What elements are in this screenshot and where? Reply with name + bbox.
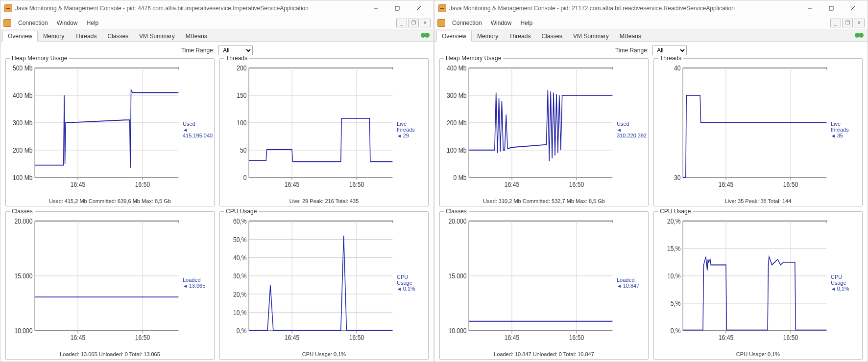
panel-summary: Live: 35 Peak: 38 Total: 144 — [657, 196, 859, 204]
svg-text:200: 200 — [237, 64, 247, 72]
chart-threads[interactable]: 304016:4516:50 — [657, 63, 830, 196]
menubar: ConnectionWindowHelp_❐× — [0, 16, 434, 30]
maximize-button[interactable] — [820, 1, 842, 15]
panel-title: Heap Memory Usage — [444, 55, 503, 62]
overview-content: Time Range:AllHeap Memory Usage100 Mb200… — [0, 42, 434, 362]
tab-vm-summary[interactable]: VM Summary — [568, 31, 614, 41]
svg-text:100: 100 — [237, 119, 247, 127]
tab-mbeans[interactable]: MBeans — [180, 31, 213, 41]
maximize-button[interactable] — [386, 1, 408, 15]
tab-overview[interactable]: Overview — [2, 31, 38, 42]
chart-cpu[interactable]: 0,%10,%20,%30,%40,%50,%60,%16:4516:50 — [223, 216, 396, 349]
svg-text:50: 50 — [240, 146, 247, 154]
chart-value-label: Used◄ 310.220.392 — [616, 63, 645, 196]
svg-text:15.000: 15.000 — [14, 272, 32, 280]
panel-threads: Threads304016:4516:50Live threads◄ 35Liv… — [653, 58, 863, 206]
tab-threads[interactable]: Threads — [504, 31, 536, 41]
menu-connection[interactable]: Connection — [448, 19, 486, 27]
svg-text:20.000: 20.000 — [14, 217, 32, 225]
svg-text:400 Mb: 400 Mb — [13, 91, 33, 99]
svg-text:16:45: 16:45 — [505, 334, 520, 341]
svg-text:50,%: 50,% — [233, 235, 247, 243]
svg-text:300 Mb: 300 Mb — [447, 91, 467, 99]
close-button[interactable] — [842, 1, 864, 15]
connection-status-icon — [420, 31, 431, 40]
svg-text:16:50: 16:50 — [135, 334, 150, 341]
chart-value-label: Loaded◄ 10.847 — [616, 216, 645, 349]
chart-cpu[interactable]: 0,%5,%10,%15,%20,%16:4516:50 — [657, 216, 830, 349]
svg-text:0,%: 0,% — [671, 327, 681, 335]
tabbar: OverviewMemoryThreadsClassesVM SummaryMB… — [434, 30, 868, 42]
svg-text:16:45: 16:45 — [719, 181, 734, 188]
tab-memory[interactable]: Memory — [38, 31, 70, 41]
svg-text:100 Mb: 100 Mb — [13, 174, 33, 181]
svg-text:16:50: 16:50 — [569, 181, 584, 188]
svg-text:500 Mb: 500 Mb — [13, 64, 33, 72]
tab-memory[interactable]: Memory — [472, 31, 504, 41]
menu-window[interactable]: Window — [53, 19, 82, 27]
chart-value-label: CPU Usage◄ 0,1% — [396, 216, 425, 349]
mdi-minimize-button[interactable]: _ — [396, 19, 407, 27]
mdi-close-button[interactable]: × — [854, 19, 865, 27]
svg-text:30: 30 — [674, 174, 681, 181]
panel-cpu: CPU Usage0,%10,%20,%30,%40,%50,%60,%16:4… — [219, 211, 429, 360]
minimize-button[interactable] — [799, 1, 820, 15]
chart-classes[interactable]: 10.00015.00020.00016:4516:50 — [443, 216, 616, 349]
panel-title: CPU Usage — [224, 208, 259, 215]
panel-summary: CPU Usage: 0,1% — [657, 349, 859, 357]
chart-threads[interactable]: 05010015020016:4516:50 — [223, 63, 396, 196]
svg-text:200 Mb: 200 Mb — [447, 119, 467, 127]
tab-overview[interactable]: Overview — [436, 31, 472, 42]
tab-classes[interactable]: Classes — [536, 31, 568, 41]
jconsole-window: Java Monitoring & Management Console - p… — [434, 0, 868, 362]
panel-title: Heap Memory Usage — [10, 55, 69, 62]
menu-connection[interactable]: Connection — [14, 19, 52, 27]
panel-summary: Used: 310,2 Mb Committed: 532,7 Mb Max: … — [443, 196, 645, 204]
chart-value-label: Used◄ 415.195.040 — [182, 63, 211, 196]
svg-text:10,%: 10,% — [233, 309, 247, 317]
svg-text:20.000: 20.000 — [448, 217, 466, 225]
time-range-label: Time Range: — [181, 47, 215, 54]
overview-content: Time Range:AllHeap Memory Usage0 Mb100 M… — [434, 42, 868, 362]
menu-help[interactable]: Help — [516, 19, 536, 27]
panel-summary: Loaded: 10.847 Unloaded: 0 Total: 10.847 — [443, 349, 645, 357]
chart-heap[interactable]: 100 Mb200 Mb300 Mb400 Mb500 Mb16:4516:50 — [9, 63, 182, 196]
mdi-maximize-button[interactable]: ❐ — [842, 19, 853, 27]
svg-text:30,%: 30,% — [233, 272, 247, 280]
chart-value-label: CPU Usage◄ 0,1% — [830, 216, 859, 349]
titlebar: Java Monitoring & Management Console - p… — [434, 0, 868, 16]
svg-text:10,%: 10,% — [667, 272, 681, 280]
close-button[interactable] — [408, 1, 430, 15]
svg-text:40: 40 — [674, 64, 681, 72]
svg-text:16:50: 16:50 — [135, 181, 150, 188]
mdi-minimize-button[interactable]: _ — [830, 19, 841, 27]
time-range-label: Time Range: — [615, 47, 649, 54]
panel-threads: Threads05010015020016:4516:50Live thread… — [219, 58, 429, 206]
java-icon — [4, 4, 12, 12]
svg-text:100 Mb: 100 Mb — [447, 146, 467, 154]
menu-help[interactable]: Help — [82, 19, 102, 27]
time-range-select[interactable]: All — [218, 45, 253, 55]
java-icon — [438, 4, 446, 12]
mdi-close-button[interactable]: × — [420, 19, 431, 27]
tab-vm-summary[interactable]: VM Summary — [134, 31, 180, 41]
panel-title: Threads — [224, 55, 249, 62]
menu-window[interactable]: Window — [487, 19, 516, 27]
chart-heap[interactable]: 0 Mb100 Mb200 Mb300 Mb400 Mb16:4516:50 — [443, 63, 616, 196]
time-range-row: Time Range:All — [439, 45, 863, 55]
svg-text:15.000: 15.000 — [448, 272, 466, 280]
tab-classes[interactable]: Classes — [102, 31, 134, 41]
chart-classes[interactable]: 10.00015.00020.00016:4516:50 — [9, 216, 182, 349]
chart-value-label: Live threads◄ 35 — [830, 63, 859, 196]
java-icon — [3, 19, 11, 27]
tab-mbeans[interactable]: MBeans — [614, 31, 647, 41]
tab-threads[interactable]: Threads — [70, 31, 102, 41]
menubar: ConnectionWindowHelp_❐× — [434, 16, 868, 30]
time-range-select[interactable]: All — [652, 45, 687, 55]
panel-cpu: CPU Usage0,%5,%10,%15,%20,%16:4516:50CPU… — [653, 211, 863, 360]
mdi-maximize-button[interactable]: ❐ — [408, 19, 419, 27]
minimize-button[interactable] — [365, 1, 386, 15]
svg-text:20,%: 20,% — [667, 217, 681, 225]
svg-text:16:45: 16:45 — [719, 334, 734, 341]
svg-text:16:50: 16:50 — [349, 181, 364, 188]
